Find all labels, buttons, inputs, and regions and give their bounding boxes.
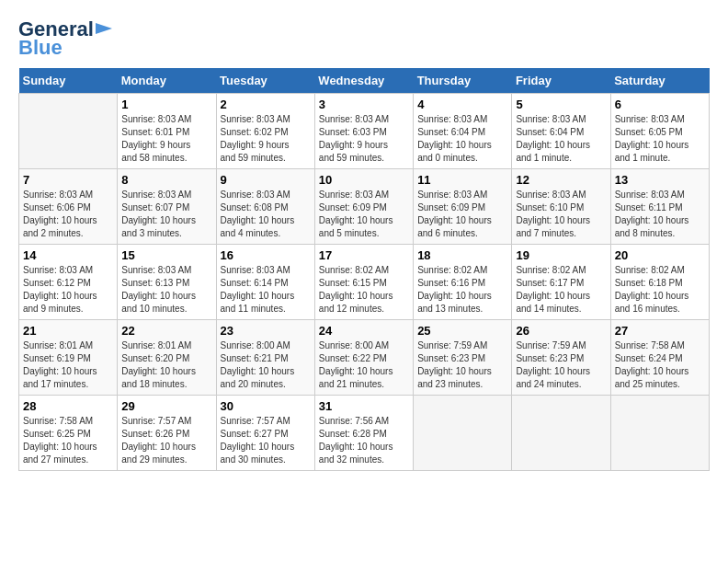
day-number: 30 (221, 399, 311, 413)
day-info: Sunrise: 8:03 AMSunset: 6:05 PMDaylight:… (615, 113, 705, 165)
day-number: 18 (417, 248, 507, 262)
calendar-header-wednesday: Wednesday (314, 68, 413, 94)
calendar-cell: 7Sunrise: 8:03 AMSunset: 6:06 PMDaylight… (19, 169, 118, 245)
calendar-cell: 6Sunrise: 8:03 AMSunset: 6:05 PMDaylight… (610, 94, 709, 169)
calendar-cell: 1Sunrise: 8:03 AMSunset: 6:01 PMDaylight… (118, 94, 216, 169)
day-number: 31 (319, 399, 409, 413)
day-number: 3 (319, 98, 409, 111)
day-number: 4 (417, 98, 507, 111)
calendar-cell: 18Sunrise: 8:02 AMSunset: 6:16 PMDayligh… (414, 245, 512, 320)
day-info: Sunrise: 8:03 AMSunset: 6:09 PMDaylight:… (417, 189, 507, 240)
day-number: 16 (221, 248, 311, 262)
day-info: Sunrise: 8:01 AMSunset: 6:19 PMDaylight:… (23, 339, 113, 391)
calendar-cell: 10Sunrise: 8:03 AMSunset: 6:09 PMDayligh… (314, 169, 413, 245)
day-number: 7 (23, 173, 113, 187)
day-number: 10 (319, 173, 409, 187)
calendar-cell: 8Sunrise: 8:03 AMSunset: 6:07 PMDaylight… (118, 169, 216, 245)
day-info: Sunrise: 8:03 AMSunset: 6:04 PMDaylight:… (417, 113, 507, 165)
calendar-cell: 31Sunrise: 7:56 AMSunset: 6:28 PMDayligh… (314, 396, 413, 471)
day-number: 27 (615, 324, 705, 338)
calendar-cell: 29Sunrise: 7:57 AMSunset: 6:26 PMDayligh… (118, 396, 216, 471)
day-number: 8 (121, 173, 211, 187)
calendar-week-4: 21Sunrise: 8:01 AMSunset: 6:19 PMDayligh… (19, 320, 710, 396)
day-number: 6 (615, 98, 705, 111)
calendar-cell (19, 94, 118, 169)
day-info: Sunrise: 8:03 AMSunset: 6:09 PMDaylight:… (319, 189, 409, 240)
calendar-header-sunday: Sunday (19, 68, 118, 94)
day-info: Sunrise: 8:02 AMSunset: 6:15 PMDaylight:… (319, 264, 409, 316)
day-info: Sunrise: 8:03 AMSunset: 6:08 PMDaylight:… (221, 189, 311, 240)
day-number: 26 (516, 324, 606, 338)
day-info: Sunrise: 8:01 AMSunset: 6:20 PMDaylight:… (121, 339, 211, 391)
day-number: 24 (319, 324, 409, 338)
day-number: 15 (121, 248, 211, 262)
day-info: Sunrise: 8:03 AMSunset: 6:14 PMDaylight:… (221, 264, 311, 316)
day-info: Sunrise: 8:03 AMSunset: 6:06 PMDaylight:… (23, 189, 113, 240)
day-number: 2 (221, 98, 311, 111)
day-info: Sunrise: 8:03 AMSunset: 6:10 PMDaylight:… (516, 189, 606, 240)
day-number: 22 (121, 324, 211, 338)
day-number: 12 (516, 173, 606, 187)
calendar-cell: 30Sunrise: 7:57 AMSunset: 6:27 PMDayligh… (216, 396, 314, 471)
day-info: Sunrise: 8:03 AMSunset: 6:03 PMDaylight:… (319, 113, 409, 165)
page-header: General Blue (18, 18, 710, 59)
calendar-cell: 20Sunrise: 8:02 AMSunset: 6:18 PMDayligh… (610, 245, 709, 320)
calendar-cell: 26Sunrise: 7:59 AMSunset: 6:23 PMDayligh… (512, 320, 610, 396)
day-number: 29 (121, 399, 211, 413)
day-info: Sunrise: 8:03 AMSunset: 6:13 PMDaylight:… (121, 264, 211, 316)
day-number: 5 (516, 98, 606, 111)
day-number: 17 (319, 248, 409, 262)
day-number: 28 (23, 399, 113, 413)
calendar-cell: 14Sunrise: 8:03 AMSunset: 6:12 PMDayligh… (19, 245, 118, 320)
calendar-cell: 12Sunrise: 8:03 AMSunset: 6:10 PMDayligh… (512, 169, 610, 245)
calendar-cell: 15Sunrise: 8:03 AMSunset: 6:13 PMDayligh… (118, 245, 216, 320)
calendar-week-2: 7Sunrise: 8:03 AMSunset: 6:06 PMDaylight… (19, 169, 710, 245)
day-number: 25 (417, 324, 507, 338)
calendar-cell: 16Sunrise: 8:03 AMSunset: 6:14 PMDayligh… (216, 245, 314, 320)
day-info: Sunrise: 8:02 AMSunset: 6:17 PMDaylight:… (516, 264, 606, 316)
day-info: Sunrise: 8:03 AMSunset: 6:07 PMDaylight:… (121, 189, 211, 240)
day-info: Sunrise: 8:02 AMSunset: 6:18 PMDaylight:… (615, 264, 705, 316)
logo-text-blue: Blue (18, 37, 112, 59)
calendar-cell: 5Sunrise: 8:03 AMSunset: 6:04 PMDaylight… (512, 94, 610, 169)
calendar-header-thursday: Thursday (414, 68, 512, 94)
calendar-table: SundayMondayTuesdayWednesdayThursdayFrid… (18, 68, 710, 471)
calendar-cell: 2Sunrise: 8:03 AMSunset: 6:02 PMDaylight… (216, 94, 314, 169)
calendar-cell (610, 396, 709, 471)
calendar-cell: 13Sunrise: 8:03 AMSunset: 6:11 PMDayligh… (610, 169, 709, 245)
day-info: Sunrise: 7:58 AMSunset: 6:24 PMDaylight:… (615, 339, 705, 391)
calendar-week-3: 14Sunrise: 8:03 AMSunset: 6:12 PMDayligh… (19, 245, 710, 320)
day-info: Sunrise: 8:02 AMSunset: 6:16 PMDaylight:… (417, 264, 507, 316)
calendar-cell: 25Sunrise: 7:59 AMSunset: 6:23 PMDayligh… (414, 320, 512, 396)
day-info: Sunrise: 8:03 AMSunset: 6:04 PMDaylight:… (516, 113, 606, 165)
day-info: Sunrise: 8:00 AMSunset: 6:22 PMDaylight:… (319, 339, 409, 391)
calendar-header-saturday: Saturday (610, 68, 709, 94)
day-number: 23 (221, 324, 311, 338)
calendar-header-tuesday: Tuesday (216, 68, 314, 94)
calendar-cell: 28Sunrise: 7:58 AMSunset: 6:25 PMDayligh… (19, 396, 118, 471)
logo: General Blue (18, 18, 112, 59)
day-number: 1 (121, 98, 211, 111)
calendar-cell: 4Sunrise: 8:03 AMSunset: 6:04 PMDaylight… (414, 94, 512, 169)
day-number: 9 (221, 173, 311, 187)
day-number: 14 (23, 248, 113, 262)
day-number: 21 (23, 324, 113, 338)
day-info: Sunrise: 7:59 AMSunset: 6:23 PMDaylight:… (417, 339, 507, 391)
calendar-cell: 23Sunrise: 8:00 AMSunset: 6:21 PMDayligh… (216, 320, 314, 396)
day-number: 11 (417, 173, 507, 187)
calendar-cell: 11Sunrise: 8:03 AMSunset: 6:09 PMDayligh… (414, 169, 512, 245)
calendar-header: SundayMondayTuesdayWednesdayThursdayFrid… (19, 68, 710, 94)
calendar-week-5: 28Sunrise: 7:58 AMSunset: 6:25 PMDayligh… (19, 396, 710, 471)
day-info: Sunrise: 7:59 AMSunset: 6:23 PMDaylight:… (516, 339, 606, 391)
calendar-cell: 21Sunrise: 8:01 AMSunset: 6:19 PMDayligh… (19, 320, 118, 396)
day-info: Sunrise: 7:56 AMSunset: 6:28 PMDaylight:… (319, 415, 409, 466)
logo-bird-icon (96, 19, 112, 38)
day-info: Sunrise: 7:58 AMSunset: 6:25 PMDaylight:… (23, 415, 113, 466)
calendar-header-monday: Monday (118, 68, 216, 94)
calendar-cell: 19Sunrise: 8:02 AMSunset: 6:17 PMDayligh… (512, 245, 610, 320)
calendar-cell: 3Sunrise: 8:03 AMSunset: 6:03 PMDaylight… (314, 94, 413, 169)
day-info: Sunrise: 8:00 AMSunset: 6:21 PMDaylight:… (221, 339, 311, 391)
calendar-body: 1Sunrise: 8:03 AMSunset: 6:01 PMDaylight… (19, 94, 710, 471)
calendar-cell: 9Sunrise: 8:03 AMSunset: 6:08 PMDaylight… (216, 169, 314, 245)
day-number: 19 (516, 248, 606, 262)
